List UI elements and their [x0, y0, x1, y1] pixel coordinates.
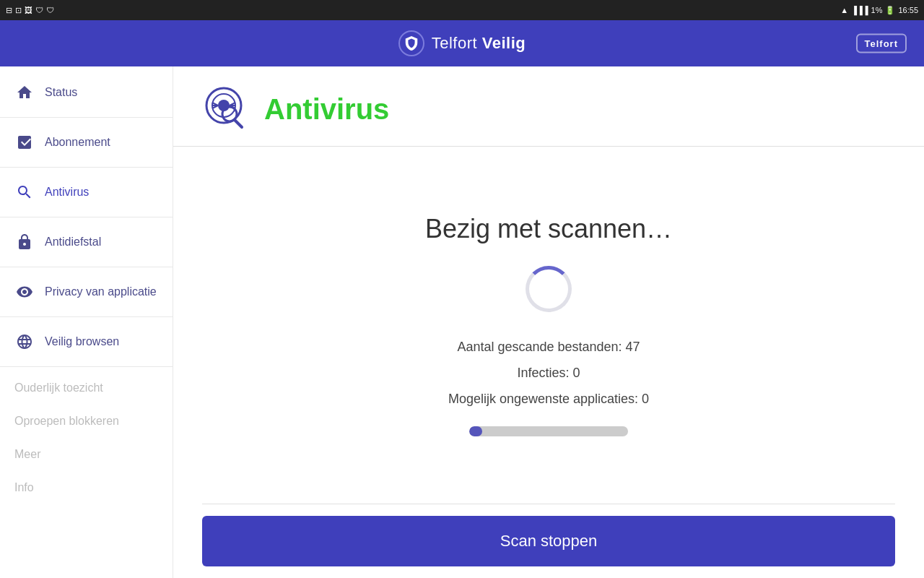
antivirus-page-icon: [202, 84, 253, 134]
sidebar-divider-6: [0, 366, 173, 367]
sidebar-label-meer: Meer: [14, 448, 40, 461]
sidebar-divider-3: [0, 217, 173, 217]
sidebar-divider-5: [0, 316, 173, 317]
sidebar-item-status[interactable]: Status: [0, 72, 173, 113]
eye-icon: [14, 282, 35, 302]
svg-line-10: [235, 120, 242, 127]
sidebar-item-info: Info: [0, 471, 173, 504]
image-icon: 🖼: [25, 6, 32, 14]
bottom-divider: [202, 504, 895, 504]
sidebar-divider-1: [0, 117, 173, 118]
sidebar-item-ouderlijk: Ouderlijk toezicht: [0, 371, 173, 405]
stop-scan-button[interactable]: Scan stoppen: [202, 516, 895, 566]
screenshot-icon: ⊡: [15, 6, 22, 15]
loading-spinner: [526, 266, 572, 312]
sidebar-item-privacy[interactable]: Privacy van applicatie: [0, 272, 173, 312]
telfort-badge: Telfort: [856, 34, 907, 53]
header-title: Telfort Veilig: [432, 34, 526, 53]
sidebar-item-antidiefstal[interactable]: Antidiefstal: [0, 222, 173, 262]
sidebar-label-oproepen: Oproepen blokkeren: [14, 415, 119, 428]
signal-icon: ▐▐▐: [851, 6, 868, 14]
sidebar-label-browsing: Veilig browsen: [45, 335, 119, 348]
sidebar-label-antivirus: Antivirus: [45, 186, 89, 199]
main-layout: Status Abonnement Antivirus Antidiefstal: [0, 66, 924, 578]
globe-icon: [14, 332, 35, 352]
status-bar: ⊟ ⊡ 🖼 🛡 🛡 ▲ ▐▐▐ 1% 🔋 16:55: [0, 0, 924, 20]
content-area: Antivirus Bezig met scannen… Aantal gesc…: [173, 66, 924, 578]
battery-icon: 🔋: [885, 6, 895, 15]
scanning-area: Bezig met scannen… Aantal gescande besta…: [173, 147, 924, 504]
sidebar-label-info: Info: [14, 481, 34, 494]
infections-count: Infecties: 0: [448, 360, 649, 386]
battery-text: 1%: [871, 6, 883, 14]
sidebar-item-browsing[interactable]: Veilig browsen: [0, 322, 173, 362]
sidebar-item-oproepen: Oproepen blokkeren: [0, 405, 173, 438]
sidebar: Status Abonnement Antivirus Antidiefstal: [0, 66, 173, 578]
page-header: Antivirus: [173, 66, 924, 147]
page-title: Antivirus: [264, 93, 389, 126]
sidebar-label-antidiefstal: Antidiefstal: [45, 236, 101, 249]
sidebar-item-antivirus[interactable]: Antivirus: [0, 172, 173, 212]
sidebar-label-status: Status: [45, 86, 77, 99]
status-bar-right: ▲ ▐▐▐ 1% 🔋 16:55: [840, 6, 918, 15]
sidebar-label-privacy: Privacy van applicatie: [45, 285, 157, 298]
progress-bar-fill: [469, 426, 482, 436]
lock-icon: [14, 232, 35, 252]
scan-statistics: Aantal gescande bestanden: 47 Infecties:…: [448, 334, 649, 412]
files-scanned: Aantal gescande bestanden: 47: [448, 334, 649, 360]
pua-count: Mogelijk ongewenste applicaties: 0: [448, 386, 649, 412]
home-icon: [14, 82, 35, 103]
shield1-icon: 🛡: [35, 6, 43, 14]
notification-icon: ⊟: [6, 6, 12, 15]
sidebar-item-abonnement[interactable]: Abonnement: [0, 122, 173, 163]
app-logo: [398, 30, 424, 56]
shield2-icon: 🛡: [46, 6, 54, 14]
sidebar-item-meer: Meer: [0, 438, 173, 471]
spinner-container: [526, 266, 572, 312]
sidebar-divider-4: [0, 267, 173, 267]
status-bar-left: ⊟ ⊡ 🖼 🛡 🛡: [6, 6, 54, 15]
sidebar-label-abonnement: Abonnement: [45, 136, 110, 149]
scanning-status-text: Bezig met scannen…: [425, 214, 672, 244]
clock: 16:55: [898, 6, 918, 14]
header-brand: Telfort Veilig: [398, 30, 526, 56]
sidebar-label-ouderlijk: Ouderlijk toezicht: [14, 381, 103, 394]
progress-bar-container: [469, 426, 628, 436]
bottom-section: Scan stoppen: [173, 504, 924, 578]
sidebar-divider-2: [0, 167, 173, 168]
wifi-icon: ▲: [840, 6, 848, 14]
antivirus-icon: [14, 182, 35, 202]
header: Telfort Veilig Telfort: [0, 20, 924, 66]
subscription-icon: [14, 132, 35, 152]
